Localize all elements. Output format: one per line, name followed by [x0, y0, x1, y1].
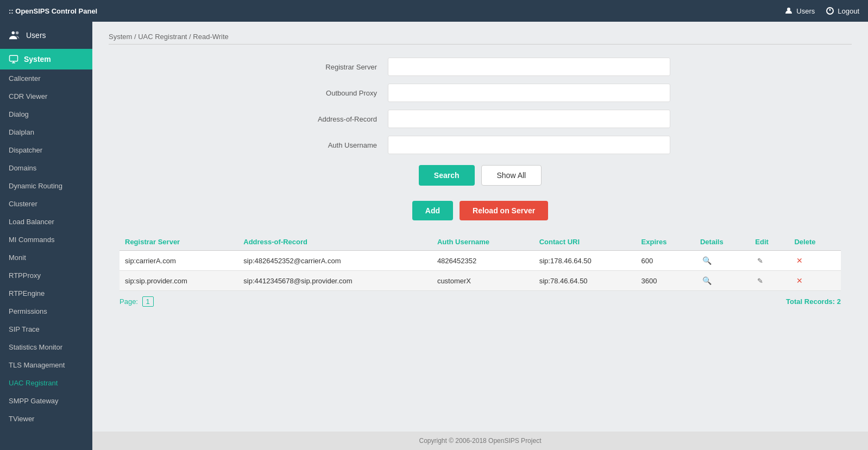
edit-icon-row1[interactable]: ✎ — [755, 256, 765, 266]
row1-expires: 600 — [636, 251, 695, 271]
row2-auth-username: customerX — [432, 271, 534, 291]
details-icon-row1[interactable]: 🔍 — [700, 255, 714, 266]
svg-point-4 — [16, 31, 19, 35]
results-table-section: Registrar Server Address-of-Record Auth … — [119, 233, 841, 307]
sidebar-item-uac-registrant[interactable]: UAC Registrant — [0, 374, 92, 392]
sidebar-item-clusterer[interactable]: Clusterer — [0, 195, 92, 213]
sidebar-item-dynamic-routing[interactable]: Dynamic Routing — [0, 177, 92, 195]
delete-icon-row1[interactable]: ✕ — [794, 255, 805, 266]
logout-topbar-button[interactable]: Logout — [826, 7, 859, 15]
sidebar-users-label: Users — [26, 31, 46, 40]
sidebar-item-statistics-monitor[interactable]: Statistics Monitor — [0, 338, 92, 356]
col-contact-uri: Contact URI — [534, 233, 636, 251]
app-title: :: OpenSIPS Control Panel — [9, 7, 97, 15]
col-delete: Delete — [789, 233, 841, 251]
results-table: Registrar Server Address-of-Record Auth … — [119, 233, 841, 291]
sidebar-item-domains[interactable]: Domains — [0, 159, 92, 177]
users-topbar-button[interactable]: Users — [784, 7, 815, 15]
logout-label: Logout — [838, 7, 859, 15]
action-buttons-row: Add Reload on Server — [109, 201, 852, 220]
sidebar-item-tls-management[interactable]: TLS Management — [0, 356, 92, 374]
address-of-record-row: Address-of-Record — [290, 110, 670, 128]
sidebar-item-system[interactable]: System — [0, 49, 92, 69]
add-button[interactable]: Add — [412, 201, 453, 220]
sidebar-item-dialplan[interactable]: Dialplan — [0, 123, 92, 141]
show-all-button[interactable]: Show All — [481, 165, 542, 186]
row2-address-of-record: sip:4412345678@sip.provider.com — [238, 271, 432, 291]
sidebar-item-sip-trace[interactable]: SIP Trace — [0, 320, 92, 338]
sidebar-item-monit[interactable]: Monit — [0, 249, 92, 267]
row1-address-of-record: sip:4826452352@carrierA.com — [238, 251, 432, 271]
sidebar: Users System Callcenter CDR Viewer Dialo… — [0, 22, 92, 450]
col-details: Details — [695, 233, 750, 251]
sidebar-item-permissions[interactable]: Permissions — [0, 302, 92, 320]
table-row: sip:carrierA.com sip:4826452352@carrierA… — [119, 251, 841, 271]
row1-delete-btn[interactable]: ✕ — [789, 251, 841, 271]
outbound-proxy-input[interactable] — [388, 84, 670, 102]
row1-details-btn[interactable]: 🔍 — [695, 251, 750, 271]
search-form: Registrar Server Outbound Proxy Address-… — [290, 58, 670, 154]
row2-delete-btn[interactable]: ✕ — [789, 271, 841, 291]
edit-icon-row2[interactable]: ✎ — [755, 276, 765, 286]
sidebar-item-cdr-viewer[interactable]: CDR Viewer — [0, 87, 92, 105]
svg-rect-5 — [10, 55, 18, 61]
copyright-text: Copyright © 2006-2018 OpenSIPS Project — [419, 437, 542, 445]
sidebar-item-tviewer[interactable]: TViewer — [0, 410, 92, 428]
auth-username-label: Auth Username — [290, 141, 388, 149]
row2-edit-btn[interactable]: ✎ — [750, 271, 789, 291]
search-button[interactable]: Search — [419, 165, 475, 186]
sidebar-item-mi-commands[interactable]: MI Commands — [0, 231, 92, 249]
details-icon-row2[interactable]: 🔍 — [700, 275, 714, 286]
users-icon — [9, 29, 21, 41]
auth-username-input[interactable] — [388, 136, 670, 154]
sidebar-item-rtpengine[interactable]: RTPEngine — [0, 284, 92, 302]
row2-expires: 3600 — [636, 271, 695, 291]
sidebar-item-callcenter[interactable]: Callcenter — [0, 69, 92, 87]
sidebar-item-rtpproxy[interactable]: RTPProxy — [0, 267, 92, 284]
address-of-record-input[interactable] — [388, 110, 670, 128]
col-expires: Expires — [636, 233, 695, 251]
registrar-server-input[interactable] — [388, 58, 670, 76]
logout-icon — [826, 7, 834, 15]
sidebar-item-smpp-gateway[interactable]: SMPP Gateway — [0, 392, 92, 410]
sidebar-system-label: System — [24, 55, 51, 64]
row2-registrar-server: sip:sip.provider.com — [119, 271, 238, 291]
col-address-of-record: Address-of-Record — [238, 233, 432, 251]
sidebar-item-dialog[interactable]: Dialog — [0, 105, 92, 123]
page-total-row: Page: 1 Total Records: 2 — [119, 291, 841, 307]
system-icon — [9, 54, 18, 64]
svg-point-3 — [12, 31, 15, 35]
row1-contact-uri: sip:178.46.64.50 — [534, 251, 636, 271]
search-buttons-row: Search Show All — [109, 165, 852, 186]
row2-details-btn[interactable]: 🔍 — [695, 271, 750, 291]
registrar-server-label: Registrar Server — [290, 63, 388, 71]
sidebar-item-users[interactable]: Users — [0, 22, 92, 49]
total-records: Total Records: 2 — [786, 297, 841, 306]
reload-button[interactable]: Reload on Server — [460, 201, 548, 220]
sidebar-item-load-balancer[interactable]: Load Balancer — [0, 213, 92, 231]
row1-edit-btn[interactable]: ✎ — [750, 251, 789, 271]
breadcrumb: System / UAC Registrant / Read-Write — [109, 33, 852, 41]
registrar-server-row: Registrar Server — [290, 58, 670, 76]
auth-username-row: Auth Username — [290, 136, 670, 154]
users-label: Users — [796, 7, 815, 15]
user-icon — [784, 7, 793, 15]
row2-contact-uri: sip:78.46.64.50 — [534, 271, 636, 291]
sidebar-item-dispatcher[interactable]: Dispatcher — [0, 141, 92, 159]
page-label: Page: — [119, 297, 138, 306]
delete-icon-row2[interactable]: ✕ — [794, 275, 805, 286]
row1-auth-username: 4826452352 — [432, 251, 534, 271]
pagination: Page: 1 — [119, 296, 154, 307]
col-edit: Edit — [750, 233, 789, 251]
topbar: :: OpenSIPS Control Panel Users Logout — [0, 0, 868, 22]
topbar-actions: Users Logout — [784, 7, 859, 15]
col-auth-username: Auth Username — [432, 233, 534, 251]
address-of-record-label: Address-of-Record — [290, 115, 388, 123]
outbound-proxy-row: Outbound Proxy — [290, 84, 670, 102]
page-1-link[interactable]: 1 — [142, 296, 154, 307]
table-row: sip:sip.provider.com sip:4412345678@sip.… — [119, 271, 841, 291]
footer: Copyright © 2006-2018 OpenSIPS Project — [92, 432, 868, 450]
col-registrar-server: Registrar Server — [119, 233, 238, 251]
outbound-proxy-label: Outbound Proxy — [290, 89, 388, 97]
row1-registrar-server: sip:carrierA.com — [119, 251, 238, 271]
